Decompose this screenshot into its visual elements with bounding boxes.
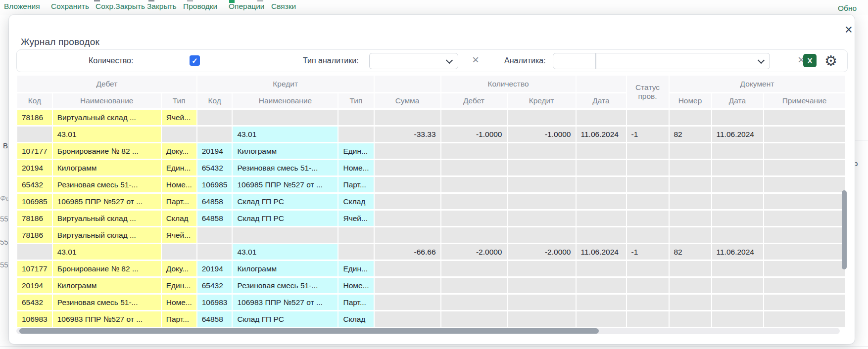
table-cell[interactable]	[441, 160, 507, 175]
table-cell[interactable]	[627, 160, 669, 175]
table-cell[interactable]: Парт...	[162, 311, 196, 327]
analytics-code-input[interactable]	[553, 53, 596, 69]
table-cell[interactable]	[577, 227, 626, 243]
table-cell[interactable]	[197, 127, 232, 142]
table-cell[interactable]	[197, 110, 232, 125]
table-cell[interactable]	[764, 127, 845, 142]
table-cell[interactable]	[670, 261, 711, 276]
table-cell[interactable]: 43.01	[233, 244, 338, 260]
table-cell[interactable]: Доку...	[162, 261, 196, 276]
horizontal-scrollbar-thumb[interactable]	[19, 328, 599, 334]
table-cell[interactable]: Номе...	[162, 177, 196, 192]
table-cell[interactable]: Номе...	[162, 295, 196, 310]
table-cell[interactable]: 64858	[197, 211, 232, 226]
table-cell[interactable]: Склад ГП РС	[233, 211, 338, 226]
table-cell[interactable]	[375, 227, 440, 243]
menu-item-refresh-clipped[interactable]: Обно	[838, 4, 868, 13]
table-cell[interactable]	[441, 143, 507, 159]
table-cell[interactable]: 82	[670, 127, 711, 142]
table-cell[interactable]	[627, 211, 669, 226]
table-cell[interactable]	[577, 295, 626, 310]
table-cell[interactable]: -1	[627, 244, 669, 260]
table-cell[interactable]: Бронирование № 82 ...	[53, 143, 161, 159]
table-cell[interactable]: -2.0000	[441, 244, 507, 260]
table-cell[interactable]	[712, 194, 763, 209]
table-cell[interactable]	[712, 160, 763, 175]
table-cell[interactable]: Парт...	[162, 194, 196, 209]
table-cell[interactable]: -1	[627, 127, 669, 142]
menu-item-7[interactable]: Связки	[271, 2, 296, 11]
table-cell[interactable]	[508, 295, 576, 310]
table-cell[interactable]	[577, 143, 626, 159]
table-cell[interactable]	[764, 194, 845, 209]
table-cell[interactable]	[508, 211, 576, 226]
table-cell[interactable]: Един...	[162, 160, 196, 175]
table-cell[interactable]	[375, 311, 440, 327]
table-cell[interactable]	[764, 295, 845, 310]
horizontal-scrollbar-track[interactable]	[16, 328, 840, 334]
table-cell[interactable]	[233, 227, 338, 243]
table-cell[interactable]: 11.06.2024	[577, 127, 626, 142]
table-cell[interactable]: Ячей...	[162, 110, 196, 125]
table-cell[interactable]	[627, 143, 669, 159]
table-cell[interactable]: 106983	[197, 295, 232, 310]
table-cell[interactable]: 43.01	[53, 127, 161, 142]
table-cell[interactable]: Бронирование № 82 ...	[53, 261, 161, 276]
table-cell[interactable]	[712, 211, 763, 226]
table-cell[interactable]: Един...	[162, 278, 196, 293]
table-cell[interactable]: -2.0000	[508, 244, 576, 260]
table-cell[interactable]	[670, 211, 711, 226]
table-cell[interactable]	[712, 110, 763, 125]
table-cell[interactable]: 106985	[197, 177, 232, 192]
table-cell[interactable]: 106985	[17, 194, 52, 209]
table-cell[interactable]: Резиновая смесь 51-...	[53, 177, 161, 192]
table-cell[interactable]	[712, 227, 763, 243]
table-cell[interactable]: 107177	[17, 261, 52, 276]
table-cell[interactable]: Един...	[338, 143, 373, 159]
table-cell[interactable]	[670, 177, 711, 192]
table-cell[interactable]: Ячей...	[338, 211, 373, 226]
table-cell[interactable]: 78186	[17, 110, 52, 125]
table-cell[interactable]: 20194	[17, 278, 52, 293]
table-cell[interactable]	[712, 295, 763, 310]
table-cell[interactable]: 78186	[17, 211, 52, 226]
table-cell[interactable]: Резиновая смесь 51-...	[233, 278, 338, 293]
table-cell[interactable]: Килограмм	[233, 143, 338, 159]
export-excel-button[interactable]: X	[803, 54, 817, 67]
table-cell[interactable]: 65432	[17, 295, 52, 310]
table-cell[interactable]: Склад	[338, 311, 373, 327]
table-cell[interactable]	[508, 194, 576, 209]
table-cell[interactable]: 106985 ППР №527 от ...	[53, 194, 161, 209]
table-cell[interactable]	[338, 227, 373, 243]
table-cell[interactable]	[375, 177, 440, 192]
table-cell[interactable]	[712, 143, 763, 159]
table-cell[interactable]	[375, 278, 440, 293]
table-cell[interactable]: Килограмм	[53, 160, 161, 175]
table-cell[interactable]: -33.33	[375, 127, 440, 142]
table-cell[interactable]: 107177	[17, 143, 52, 159]
table-cell[interactable]	[670, 194, 711, 209]
table-cell[interactable]: 65432	[17, 177, 52, 192]
table-cell[interactable]: 20194	[197, 261, 232, 276]
table-cell[interactable]	[375, 261, 440, 276]
analytics-type-select[interactable]	[369, 53, 458, 69]
table-cell[interactable]: -1.0000	[441, 127, 507, 142]
table-cell[interactable]	[670, 227, 711, 243]
table-cell[interactable]: Виртуальный склад ...	[53, 110, 161, 125]
table-cell[interactable]: 64858	[197, 311, 232, 327]
table-cell[interactable]: Склад	[338, 194, 373, 209]
close-icon[interactable]: ×	[840, 22, 857, 39]
analytics-select[interactable]	[596, 53, 770, 69]
vertical-scrollbar-thumb[interactable]	[842, 190, 847, 269]
table-cell[interactable]	[764, 244, 845, 260]
table-cell[interactable]	[670, 311, 711, 327]
table-cell[interactable]	[441, 295, 507, 310]
menu-item-4[interactable]: Закрыть	[147, 2, 177, 11]
table-cell[interactable]	[508, 143, 576, 159]
table-cell[interactable]: Резиновая смесь 51-...	[233, 160, 338, 175]
table-cell[interactable]: 82	[670, 244, 711, 260]
table-cell[interactable]	[375, 143, 440, 159]
table-cell[interactable]	[670, 295, 711, 310]
table-cell[interactable]: Килограмм	[233, 261, 338, 276]
table-cell[interactable]: 43.01	[53, 244, 161, 260]
